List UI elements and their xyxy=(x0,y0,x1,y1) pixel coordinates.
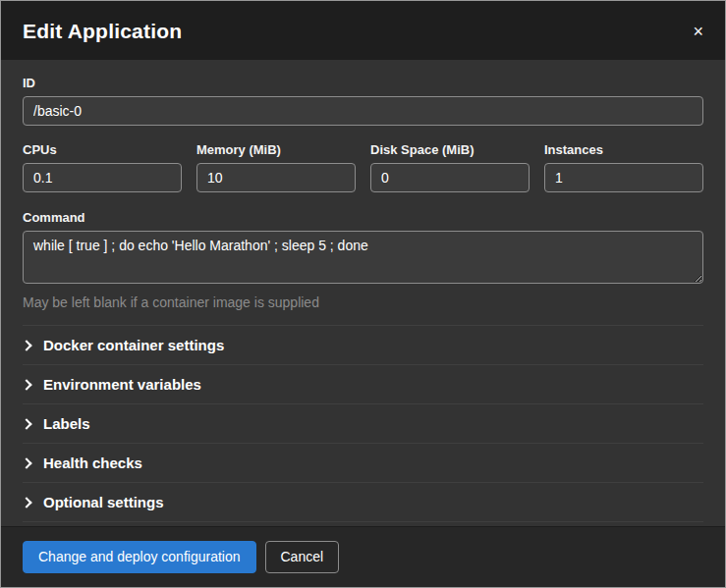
cpus-label: CPUs xyxy=(23,142,182,157)
memory-field-group: Memory (MiB) xyxy=(196,142,356,192)
section-title: Labels xyxy=(43,415,90,432)
id-field-group: ID xyxy=(23,76,703,126)
instances-input[interactable] xyxy=(544,163,703,192)
cpus-input[interactable] xyxy=(23,163,182,192)
section-title: Docker container settings xyxy=(43,337,224,353)
modal-title: Edit Application xyxy=(23,20,182,43)
modal-body: ID CPUs Memory (MiB) Disk Space (MiB) In… xyxy=(1,60,725,526)
section-title: Optional settings xyxy=(43,494,164,510)
section-labels[interactable]: Labels xyxy=(23,404,703,444)
chevron-right-icon xyxy=(23,458,32,468)
section-title: Environment variables xyxy=(43,376,201,393)
edit-application-modal: Edit Application × ID CPUs Memory (MiB) … xyxy=(0,0,726,588)
instances-field-group: Instances xyxy=(544,142,703,192)
section-environment-variables[interactable]: Environment variables xyxy=(23,365,703,404)
chevron-right-icon xyxy=(23,419,32,429)
change-and-deploy-button[interactable]: Change and deploy configuration xyxy=(23,541,256,573)
command-help-text: May be left blank if a container image i… xyxy=(23,294,703,310)
section-health-checks[interactable]: Health checks xyxy=(23,444,703,483)
disk-input[interactable] xyxy=(370,163,530,192)
close-icon[interactable]: × xyxy=(693,23,703,40)
command-label: Command xyxy=(23,210,703,225)
section-docker-container-settings[interactable]: Docker container settings xyxy=(23,326,703,365)
command-textarea[interactable]: while [ true ] ; do echo 'Hello Marathon… xyxy=(23,231,703,284)
memory-label: Memory (MiB) xyxy=(196,142,356,157)
instances-label: Instances xyxy=(544,142,703,157)
memory-input[interactable] xyxy=(196,163,356,192)
chevron-right-icon xyxy=(23,380,32,390)
disk-field-group: Disk Space (MiB) xyxy=(370,142,530,192)
collapsible-sections: Docker container settings Environment va… xyxy=(23,325,703,522)
disk-label: Disk Space (MiB) xyxy=(370,142,530,157)
modal-header: Edit Application × xyxy=(1,1,725,60)
resources-row: CPUs Memory (MiB) Disk Space (MiB) Insta… xyxy=(23,142,703,192)
chevron-right-icon xyxy=(23,341,32,350)
cancel-button[interactable]: Cancel xyxy=(265,541,340,573)
cpus-field-group: CPUs xyxy=(23,142,182,192)
command-field-group: Command while [ true ] ; do echo 'Hello … xyxy=(23,210,703,310)
chevron-right-icon xyxy=(23,498,32,508)
id-input[interactable] xyxy=(23,96,703,126)
section-title: Health checks xyxy=(43,454,142,471)
id-label: ID xyxy=(23,76,703,90)
modal-footer: Change and deploy configuration Cancel xyxy=(1,526,725,587)
section-optional-settings[interactable]: Optional settings xyxy=(23,483,703,522)
